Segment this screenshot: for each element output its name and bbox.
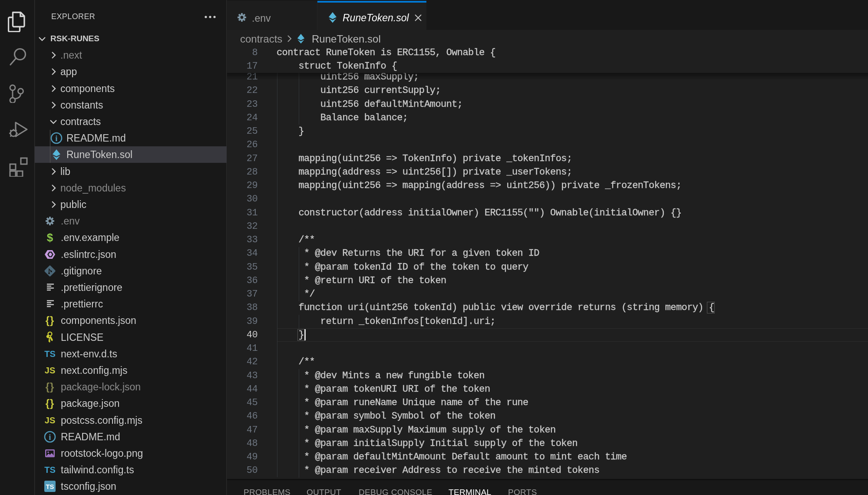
svg-text:i: i — [49, 432, 51, 442]
svg-text:JS: JS — [45, 416, 55, 425]
svg-text:TS: TS — [44, 349, 56, 359]
svg-text:{}: {} — [46, 381, 55, 393]
svg-text:{}: {} — [46, 314, 55, 326]
svg-text:i: i — [55, 134, 57, 143]
svg-text:JS: JS — [45, 366, 55, 375]
svg-text:$: $ — [47, 231, 53, 244]
svg-text:{}: {} — [46, 397, 55, 409]
svg-text:TS: TS — [44, 465, 56, 475]
svg-text:TS: TS — [46, 483, 54, 490]
